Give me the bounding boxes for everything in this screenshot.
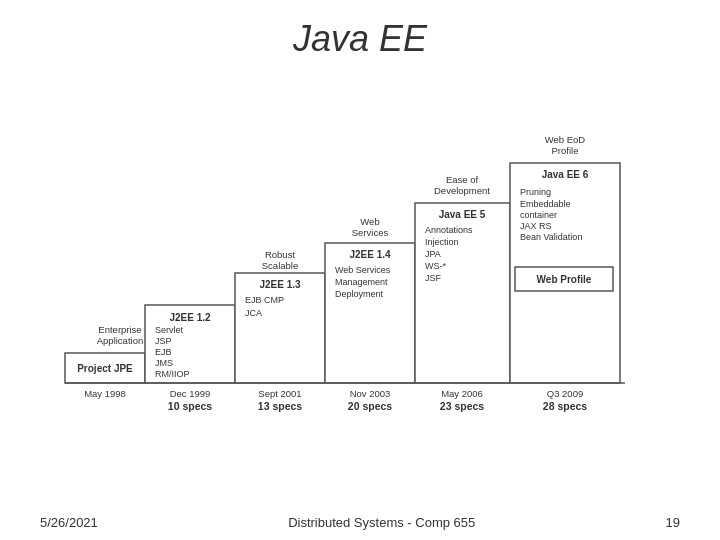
svg-rect-17 <box>325 243 415 383</box>
svg-text:Java EE 6: Java EE 6 <box>542 169 589 180</box>
svg-text:EJB CMP: EJB CMP <box>245 295 284 305</box>
svg-text:container: container <box>520 210 557 220</box>
svg-text:Development: Development <box>434 185 490 196</box>
svg-text:Management: Management <box>335 277 388 287</box>
svg-text:Nov 2003: Nov 2003 <box>350 388 391 399</box>
footer-page: 19 <box>666 515 680 530</box>
svg-text:J2EE 1.3: J2EE 1.3 <box>259 279 301 290</box>
java-ee-chart: Project JPE J2EE 1.2 Servlet JSP EJB JMS… <box>35 75 695 445</box>
slide: Java EE Project JPE J2EE 1.2 Servlet JSP… <box>0 0 720 540</box>
svg-text:28 specs: 28 specs <box>543 400 588 412</box>
svg-text:Injection: Injection <box>425 237 459 247</box>
svg-text:J2EE 1.2: J2EE 1.2 <box>169 312 211 323</box>
svg-text:Services: Services <box>352 227 389 238</box>
svg-text:Profile: Profile <box>552 145 579 156</box>
svg-text:Web EoD: Web EoD <box>545 134 586 145</box>
svg-text:Ease of: Ease of <box>446 174 479 185</box>
svg-text:20 specs: 20 specs <box>348 400 393 412</box>
svg-text:JSP: JSP <box>155 336 172 346</box>
svg-text:Annotations: Annotations <box>425 225 473 235</box>
svg-text:Deployment: Deployment <box>335 289 384 299</box>
svg-text:Q3 2009: Q3 2009 <box>547 388 583 399</box>
svg-text:Web: Web <box>360 216 379 227</box>
svg-text:JAX RS: JAX RS <box>520 221 552 231</box>
svg-text:Embeddable: Embeddable <box>520 199 571 209</box>
svg-text:Dec 1999: Dec 1999 <box>170 388 211 399</box>
svg-text:Sept 2001: Sept 2001 <box>258 388 301 399</box>
svg-text:Servlet: Servlet <box>155 325 184 335</box>
svg-text:Java EE 5: Java EE 5 <box>439 209 486 220</box>
svg-text:Web Profile: Web Profile <box>537 274 592 285</box>
svg-text:Project JPE: Project JPE <box>77 363 133 374</box>
svg-text:13 specs: 13 specs <box>258 400 303 412</box>
svg-text:Web Services: Web Services <box>335 265 391 275</box>
svg-text:May 1998: May 1998 <box>84 388 126 399</box>
svg-text:Pruning: Pruning <box>520 187 551 197</box>
svg-text:J2EE 1.4: J2EE 1.4 <box>349 249 391 260</box>
svg-text:RM/IIOP: RM/IIOP <box>155 369 190 379</box>
svg-text:Bean Validation: Bean Validation <box>520 232 582 242</box>
svg-text:10 specs: 10 specs <box>168 400 213 412</box>
footer-date: 5/26/2021 <box>40 515 98 530</box>
svg-text:May 2006: May 2006 <box>441 388 483 399</box>
svg-text:JSF: JSF <box>425 273 442 283</box>
footer: 5/26/2021 Distributed Systems - Comp 655… <box>0 515 720 530</box>
svg-text:23 specs: 23 specs <box>440 400 485 412</box>
svg-text:WS-*: WS-* <box>425 261 446 271</box>
svg-text:Application: Application <box>97 335 143 346</box>
svg-text:Robust: Robust <box>265 249 295 260</box>
page-title: Java EE <box>0 0 720 60</box>
svg-text:EJB: EJB <box>155 347 172 357</box>
svg-text:JPA: JPA <box>425 249 441 259</box>
svg-text:Enterprise: Enterprise <box>98 324 141 335</box>
footer-course: Distributed Systems - Comp 655 <box>288 515 475 530</box>
svg-text:Scalable: Scalable <box>262 260 298 271</box>
svg-text:JCA: JCA <box>245 308 262 318</box>
svg-text:JMS: JMS <box>155 358 173 368</box>
